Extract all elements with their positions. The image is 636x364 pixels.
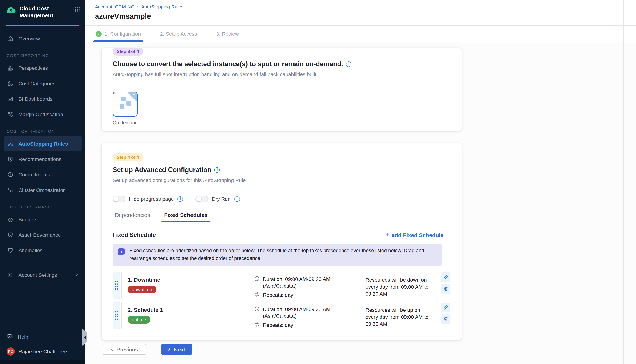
home-icon xyxy=(7,35,14,42)
wizard-tab-configuration[interactable]: 1. Configuration xyxy=(95,26,142,42)
step3-title: Choose to convert the selected instance(… xyxy=(113,60,451,68)
schedule-name: 1. Downtime xyxy=(128,276,248,283)
schedule-row-actions xyxy=(441,272,451,299)
wizard-tab-label: 1. Configuration xyxy=(105,31,141,37)
hide-progress-toggle[interactable] xyxy=(113,196,125,202)
page-header: Account: CCM-NG › AutoStopping Rules azu… xyxy=(85,0,636,26)
sidebar-nav: Overview COST REPORTING Perspectives Cos… xyxy=(0,26,85,283)
step4-card: Step 4 of 4 Set up Advanced Configuratio… xyxy=(102,143,462,340)
user-menu[interactable]: RC Rajarshee Chatterjee xyxy=(0,344,85,360)
on-demand-tile[interactable] xyxy=(113,92,138,116)
schedule-name-cell: 1. Downtime downtime xyxy=(122,272,248,299)
breadcrumb: Account: CCM-NG › AutoStopping Rules xyxy=(95,4,636,10)
app-title: Cloud Cost Management xyxy=(20,5,73,19)
help-button[interactable]: ? Help xyxy=(0,330,85,344)
sidebar: $ Cloud Cost Management O xyxy=(0,0,85,364)
step4-badge: Step 4 of 4 xyxy=(113,153,143,162)
schedule-type-badge: uptime xyxy=(128,316,150,324)
schedule-type-badge: downtime xyxy=(128,286,156,294)
shapes-icon xyxy=(7,80,14,87)
step4-title: Set up Advanced Configuration xyxy=(113,166,451,174)
next-label: Next xyxy=(174,346,185,352)
breadcrumb-separator-icon: › xyxy=(137,4,139,10)
cloud-cost-logo-icon: $ xyxy=(6,6,16,16)
sidebar-item-asset-governance[interactable]: $ Asset Governance xyxy=(0,227,85,243)
app-root: $ Cloud Cost Management O xyxy=(0,0,636,364)
drag-handle[interactable] xyxy=(113,272,120,299)
hexagons-icon xyxy=(7,187,14,194)
schedule-duration: Duration: 09:00 AM-09:30 AM (Asia/Calcut… xyxy=(263,306,343,319)
repeat-icon xyxy=(254,322,260,329)
schedule-row: 1. Downtime downtime Duration: 09:00 AM-… xyxy=(113,272,451,299)
breadcrumb-account-link[interactable]: Account: CCM-NG xyxy=(95,4,135,10)
info-icon[interactable] xyxy=(214,167,220,173)
svg-text:$: $ xyxy=(10,218,11,221)
sidebar-footer-strip xyxy=(0,360,85,364)
main-area: Account: CCM-NG › AutoStopping Rules azu… xyxy=(85,0,636,364)
autostopping-icon xyxy=(7,140,14,147)
sidebar-item-label: Margin Obfuscation xyxy=(19,112,63,117)
drag-handle[interactable] xyxy=(113,302,120,330)
delete-schedule-button[interactable] xyxy=(441,284,451,294)
piggy-bank-icon: $ xyxy=(7,216,14,223)
help-label: Help xyxy=(18,334,28,340)
sidebar-item-recommendations[interactable]: Recommendations xyxy=(0,152,85,167)
sidebar-item-margin-obfuscation[interactable]: Margin Obfuscation xyxy=(0,107,85,122)
wizard-tab-review[interactable]: 3. Review xyxy=(215,26,240,42)
sidebar-spacer xyxy=(0,283,85,326)
info-icon[interactable] xyxy=(234,196,240,202)
sidebar-item-label: Asset Governance xyxy=(19,232,61,238)
sidebar-item-bi-dashboards[interactable]: BI Dashboards xyxy=(0,91,85,107)
dashboard-icon xyxy=(7,96,14,102)
schedule-row-box: 2. Schedule 1 uptime Duration: 09:00 AM-… xyxy=(121,302,438,330)
dry-run-toggle[interactable] xyxy=(195,196,208,202)
sidebar-item-perspectives[interactable]: Perspectives xyxy=(0,60,85,76)
sidebar-item-cluster-orchestrator[interactable]: Cluster Orchestrator xyxy=(0,182,85,198)
breadcrumb-autostopping-link[interactable]: AutoStopping Rules xyxy=(141,4,183,10)
add-fixed-schedule-button[interactable]: add Fixed Schedule xyxy=(386,231,444,238)
sidebar-item-label: BI Dashboards xyxy=(19,96,53,102)
delete-schedule-button[interactable] xyxy=(441,314,451,324)
tab-fixed-schedules[interactable]: Fixed Schedules xyxy=(162,212,210,222)
info-icon[interactable] xyxy=(177,196,183,202)
sidebar-item-autostopping-rules[interactable]: AutoStopping Rules xyxy=(4,136,82,152)
edit-schedule-button[interactable] xyxy=(441,272,451,282)
previous-button[interactable]: Previous xyxy=(103,344,146,355)
divider xyxy=(113,82,451,82)
sidebar-item-label: Cluster Orchestrator xyxy=(19,187,65,193)
wizard-footer: Previous Next xyxy=(102,344,636,355)
sidebar-item-anomalies[interactable]: ! Anomalies xyxy=(0,243,85,258)
avatar: RC xyxy=(7,348,15,356)
edit-schedule-button[interactable] xyxy=(441,302,451,312)
schedule-duration: Duration: 09:00 AM-09:20 AM (Asia/Calcut… xyxy=(263,276,343,289)
section-cost-governance: COST GOVERNANCE xyxy=(7,204,79,210)
info-icon[interactable] xyxy=(346,62,352,67)
hide-progress-label: Hide progress page xyxy=(129,196,174,202)
wizard-tab-label: 3. Review xyxy=(216,31,239,37)
fixed-schedule-heading: Fixed Schedule xyxy=(113,232,156,238)
section-cost-optimization: COST OPTIMIZATION xyxy=(7,129,79,134)
schedule-row: 2. Schedule 1 uptime Duration: 09:00 AM-… xyxy=(113,302,451,330)
tab-dependencies[interactable]: Dependencies xyxy=(113,212,152,222)
next-button[interactable]: Next xyxy=(161,344,192,355)
help-chat-icon: ? xyxy=(7,333,13,341)
divider xyxy=(113,188,451,188)
sidebar-item-cost-categories[interactable]: Cost Categories xyxy=(0,76,85,91)
sidebar-item-account-settings[interactable]: Account Settings xyxy=(0,267,85,283)
instance-square-icon xyxy=(126,101,131,106)
chevron-right-icon xyxy=(74,272,79,278)
sidebar-item-budgets[interactable]: $ Budgets xyxy=(0,212,85,227)
logo-row: $ Cloud Cost Management xyxy=(0,0,85,22)
wizard-content: Step 3 of 4 Choose to convert the select… xyxy=(85,42,636,364)
svg-text:!: ! xyxy=(10,249,11,252)
content-right-border xyxy=(623,0,624,364)
sidebar-bottom: ? Help RC Rajarshee Chatterjee xyxy=(0,326,85,364)
sidebar-item-commitments[interactable]: Commitments xyxy=(0,167,85,182)
sidebar-item-label: Account Settings xyxy=(19,272,57,278)
wizard-tab-setup-access[interactable]: 2. Setup Access xyxy=(159,26,198,42)
apps-grid-icon[interactable] xyxy=(74,6,80,14)
sidebar-item-overview[interactable]: Overview xyxy=(0,31,85,46)
schedule-description: Resources will be down on every day from… xyxy=(366,272,438,299)
sidebar-item-label: Cost Categories xyxy=(19,80,55,86)
sidebar-item-label: Overview xyxy=(19,36,40,42)
